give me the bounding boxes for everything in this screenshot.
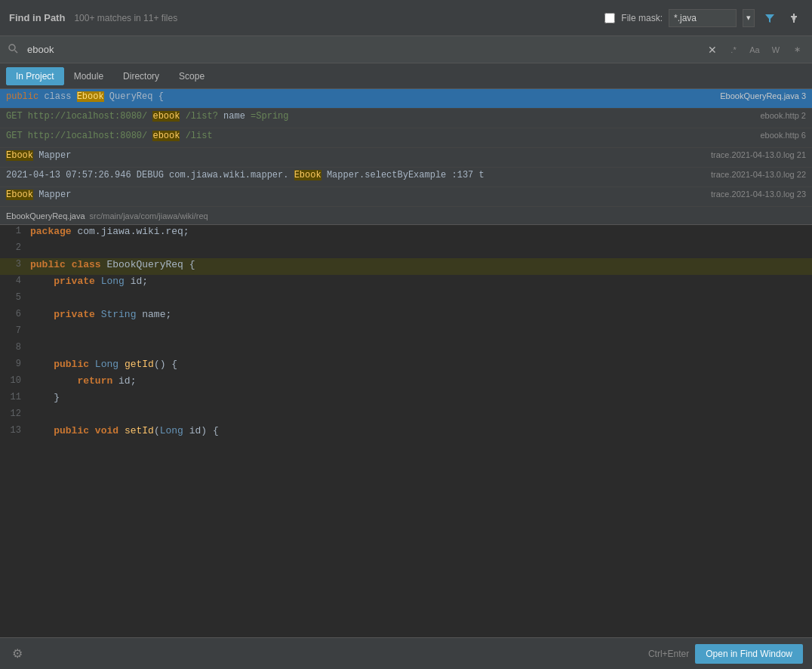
table-row[interactable]: GET http://localhost:8080/ ebook /list? … [0, 109, 812, 128]
file-mask-dropdown[interactable]: ▾ [743, 9, 755, 27]
tab-scope[interactable]: Scope [169, 67, 214, 85]
result-file: trace.2021-04-13.0.log 22 [705, 170, 806, 179]
file-mask-label: File mask: [621, 13, 663, 23]
tab-directory[interactable]: Directory [113, 67, 169, 85]
line-number: 6 [0, 309, 30, 319]
code-line-13: 13 public void setId(Long id) { [0, 424, 812, 441]
file-mask-input[interactable] [669, 9, 737, 27]
find-in-path-panel: Find in Path 100+ matches in 11+ files F… [0, 0, 812, 669]
match-count: 100+ matches in 11+ files [74, 13, 177, 23]
result-file: EbookQueryReq.java 3 [714, 91, 806, 100]
file-mask-checkbox[interactable] [604, 13, 615, 23]
result-text: public class Ebook QueryReq { [6, 91, 714, 102]
settings-button[interactable]: ⚙ [9, 643, 26, 664]
panel-title: Find in Path [9, 12, 65, 23]
shortcut-hint: Ctrl+Enter [648, 649, 689, 659]
tab-module[interactable]: Module [64, 67, 113, 85]
result-file: ebook.http 2 [754, 111, 806, 120]
line-number: 13 [0, 425, 30, 436]
result-text: Ebook Mapper [6, 150, 705, 161]
file-path: src/main/java/com/jiawa/wiki/req [90, 211, 208, 220]
header: Find in Path 100+ matches in 11+ files F… [0, 0, 812, 36]
svg-point-4 [9, 45, 15, 51]
footer: ⚙ Ctrl+Enter Open in Find Window [0, 637, 812, 669]
code-view[interactable]: 1 package com.jiawa.wiki.req; 2 3 public… [0, 225, 812, 637]
code-line-8: 8 [0, 341, 812, 358]
line-content: public void setId(Long id) { [30, 425, 219, 436]
code-line-1: 1 package com.jiawa.wiki.req; [0, 225, 812, 242]
line-content [30, 408, 36, 420]
result-file: trace.2021-04-13.0.log 21 [705, 150, 806, 159]
code-line-9: 9 public Long getId() { [0, 358, 812, 375]
case-sensitive-button[interactable]: Aa [746, 41, 764, 59]
open-in-find-window-button[interactable]: Open in Find Window [695, 644, 803, 664]
line-number: 8 [0, 342, 30, 353]
line-number: 3 [0, 259, 30, 270]
pin-icon [789, 13, 799, 23]
scope-tabs: In Project Module Directory Scope [0, 63, 812, 89]
line-content [30, 342, 36, 353]
code-line-11: 11 } [0, 391, 812, 408]
line-content [30, 325, 36, 337]
result-text: GET http://localhost:8080/ ebook /list [6, 131, 754, 141]
line-content [30, 292, 36, 304]
result-text: Ebook Mapper [6, 190, 705, 200]
line-content [30, 242, 36, 254]
line-number: 2 [0, 242, 30, 253]
whole-word-button[interactable]: W [767, 41, 785, 59]
table-row[interactable]: public class Ebook QueryReq { EbookQuery… [0, 89, 812, 109]
code-line-10: 10 return id; [0, 375, 812, 391]
line-number: 11 [0, 392, 30, 402]
line-content: public Long getId() { [30, 359, 177, 370]
table-row[interactable]: Ebook Mapper trace.2021-04-13.0.log 21 [0, 148, 812, 168]
result-text: 2021-04-13 07:57:26.946 DEBUG com.jiawa.… [6, 170, 705, 180]
search-icon [8, 43, 18, 54]
code-line-5: 5 [0, 291, 812, 308]
line-number: 7 [0, 325, 30, 336]
clear-search-button[interactable]: ✕ [703, 41, 721, 59]
word-match-button[interactable]: ∗ [788, 41, 806, 59]
line-number: 12 [0, 408, 30, 419]
line-number: 4 [0, 276, 30, 286]
result-text: GET http://localhost:8080/ ebook /list? … [6, 111, 754, 122]
header-right: File mask: ▾ [604, 9, 803, 27]
code-line-7: 7 [0, 325, 812, 341]
result-file: trace.2021-04-13.0.log 23 [705, 190, 806, 199]
code-line-4: 4 private Long id; [0, 275, 812, 291]
code-line-3: 3 public class EbookQueryReq { [0, 258, 812, 275]
tab-in-project[interactable]: In Project [6, 67, 64, 85]
line-number: 10 [0, 375, 30, 386]
code-line-12: 12 [0, 408, 812, 424]
code-line-6: 6 private String name; [0, 308, 812, 325]
line-content: package com.jiawa.wiki.req; [30, 226, 189, 237]
search-input[interactable] [24, 42, 699, 57]
line-content: } [30, 392, 60, 403]
filter-icon [764, 13, 775, 23]
svg-line-5 [15, 51, 18, 54]
line-content: private String name; [30, 309, 171, 320]
pin-button[interactable] [785, 9, 803, 27]
result-file: ebook.http 6 [754, 131, 806, 140]
line-number: 9 [0, 359, 30, 369]
code-line-2: 2 [0, 242, 812, 258]
line-content: public class EbookQueryReq { [30, 259, 195, 270]
line-number: 1 [0, 226, 30, 236]
search-bar: ✕ .* Aa W ∗ [0, 36, 812, 63]
line-content: return id; [30, 375, 136, 387]
search-icon-button[interactable] [6, 42, 20, 57]
table-row[interactable]: Ebook Mapper trace.2021-04-13.0.log 23 [0, 187, 812, 207]
table-row[interactable]: 2021-04-13 07:57:26.946 DEBUG com.jiawa.… [0, 168, 812, 187]
svg-marker-3 [792, 16, 796, 23]
filter-button[interactable] [761, 9, 779, 27]
svg-marker-0 [765, 14, 774, 23]
file-path-bar: EbookQueryReq.java src/main/java/com/jia… [0, 207, 812, 225]
search-actions: ✕ .* Aa W ∗ [703, 41, 806, 59]
results-list: public class Ebook QueryReq { EbookQuery… [0, 89, 812, 207]
line-content: private Long id; [30, 276, 148, 287]
regex-button[interactable]: .* [724, 41, 743, 59]
table-row[interactable]: GET http://localhost:8080/ ebook /list e… [0, 128, 812, 148]
file-name: EbookQueryReq.java [6, 211, 85, 220]
footer-left: ⚙ [9, 643, 26, 664]
line-number: 5 [0, 292, 30, 303]
